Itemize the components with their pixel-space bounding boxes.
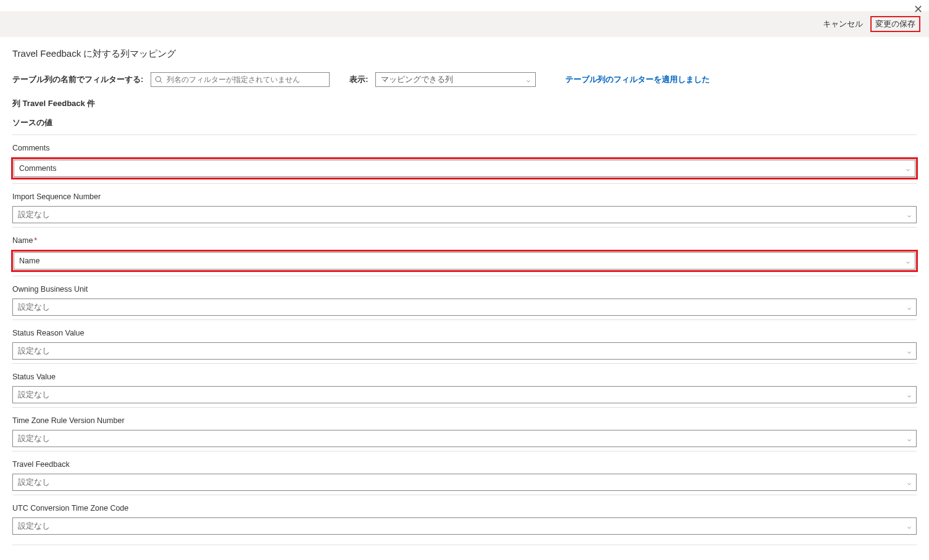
- mapping-select[interactable]: Name⌵: [14, 252, 915, 270]
- mapping-select-value: 設定なし: [18, 302, 50, 313]
- mapping-field: Time Zone Rule Version Number設定なし⌵: [12, 407, 917, 451]
- mapping-select-value: Comments: [19, 164, 56, 173]
- mapping-select-value: 設定なし: [18, 477, 50, 488]
- field-label: Travel Feedback: [12, 460, 917, 469]
- mapping-select[interactable]: 設定なし⌵: [12, 386, 917, 403]
- required-indicator: *: [34, 236, 37, 245]
- display-label: 表示:: [349, 75, 368, 85]
- mapping-select[interactable]: 設定なし⌵: [12, 206, 917, 223]
- field-label: Status Value: [12, 373, 917, 381]
- filter-label: テーブル列の名前でフィルターする:: [12, 75, 143, 85]
- field-label: Owning Business Unit: [12, 285, 917, 294]
- chevron-down-icon: ⌵: [907, 304, 911, 311]
- display-select-value: マッピングできる列: [381, 75, 453, 85]
- mapping-select-value: Name: [19, 257, 40, 265]
- field-label: Comments: [12, 144, 917, 152]
- chevron-down-icon: ⌵: [907, 479, 911, 486]
- field-label: Name*: [12, 236, 917, 245]
- mapping-select-value: 設定なし: [18, 390, 50, 400]
- mapping-field: Status Value設定なし⌵: [12, 363, 917, 407]
- mapping-field: Owning Business Unit設定なし⌵: [12, 276, 917, 319]
- mapping-field: Name*Name⌵: [12, 227, 917, 276]
- mapping-select[interactable]: 設定なし⌵: [12, 299, 917, 316]
- mapping-select-value: 設定なし: [18, 434, 50, 444]
- save-button[interactable]: 変更の保存: [870, 16, 920, 32]
- content-area: Travel Feedback に対する列マッピング テーブル列の名前でフィルタ…: [0, 37, 929, 560]
- mapping-field: Travel Feedback設定なし⌵: [12, 451, 917, 495]
- field-label: UTC Conversion Time Zone Code: [12, 504, 917, 513]
- mapping-select-value: 設定なし: [18, 210, 50, 220]
- mapping-select-value: 設定なし: [18, 521, 50, 532]
- header-bar: キャンセル 変更の保存: [0, 11, 929, 37]
- section-subheading: ソースの値: [12, 118, 917, 134]
- mapping-field: UTC Conversion Time Zone Code設定なし⌵: [12, 495, 917, 538]
- field-label: Time Zone Rule Version Number: [12, 416, 917, 425]
- search-icon: [155, 76, 163, 84]
- page-title: Travel Feedback に対する列マッピング: [12, 48, 917, 60]
- close-icon[interactable]: ✕: [914, 2, 923, 16]
- mapping-field: Status Reason Value設定なし⌵: [12, 319, 917, 363]
- chevron-down-icon: ⌵: [907, 435, 911, 442]
- mapping-select-value: 設定なし: [18, 346, 50, 356]
- column-filter-input[interactable]: [151, 72, 330, 87]
- field-label: Status Reason Value: [12, 329, 917, 337]
- mapping-select[interactable]: 設定なし⌵: [12, 517, 917, 535]
- highlight-frame: Name⌵: [11, 250, 918, 272]
- cancel-button[interactable]: キャンセル: [823, 19, 863, 30]
- mapping-field: Import Sequence Number設定なし⌵: [12, 183, 917, 227]
- mapping-field: CommentsComments⌵: [12, 134, 917, 183]
- chevron-down-icon: ⌵: [907, 392, 911, 398]
- chevron-down-icon: ⌵: [907, 212, 911, 218]
- mapping-select[interactable]: 設定なし⌵: [12, 430, 917, 447]
- highlight-frame: Comments⌵: [11, 157, 918, 179]
- field-label: Import Sequence Number: [12, 192, 917, 201]
- chevron-down-icon: ⌵: [907, 348, 911, 355]
- chevron-down-icon: ⌵: [907, 523, 911, 530]
- chevron-down-icon: ⌵: [527, 76, 530, 83]
- mapping-select[interactable]: Comments⌵: [14, 160, 915, 177]
- svg-line-1: [160, 81, 162, 83]
- divider: [12, 545, 917, 545]
- svg-point-0: [156, 76, 160, 81]
- filter-applied-link[interactable]: テーブル列のフィルターを適用しました: [565, 75, 710, 85]
- chevron-down-icon: ⌵: [906, 165, 910, 172]
- filter-text-field[interactable]: [167, 75, 325, 84]
- filter-row: テーブル列の名前でフィルターする: 表示: マッピングできる列 ⌵ テーブル列の…: [12, 72, 917, 87]
- mapping-select[interactable]: 設定なし⌵: [12, 474, 917, 491]
- section-heading: 列 Travel Feedback 件: [12, 98, 917, 109]
- chevron-down-icon: ⌵: [906, 258, 910, 265]
- mapping-select[interactable]: 設定なし⌵: [12, 342, 917, 360]
- display-select[interactable]: マッピングできる列 ⌵: [375, 72, 536, 87]
